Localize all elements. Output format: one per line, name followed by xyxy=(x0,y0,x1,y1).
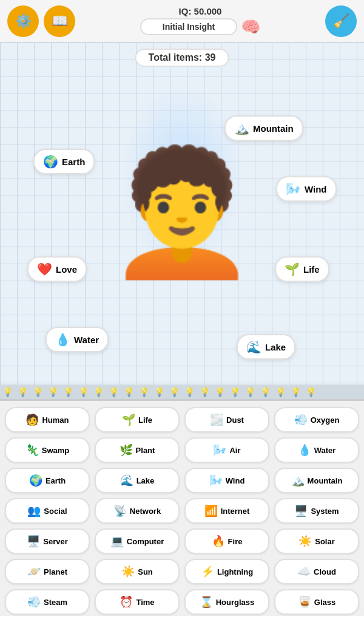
sun-label: Sun xyxy=(138,567,153,576)
love-emoji: ❤️ xyxy=(37,262,52,276)
time-label: Time xyxy=(136,598,154,607)
item-network[interactable]: 📡Network xyxy=(95,498,180,524)
play-chip-earth[interactable]: 🌍Earth xyxy=(33,149,95,174)
play-chip-lake[interactable]: 🌊Lake xyxy=(237,334,295,360)
item-wind[interactable]: 🌬️Wind xyxy=(184,468,269,493)
item-fire[interactable]: 🔥Fire xyxy=(184,528,269,554)
brain-icon: 🧠 xyxy=(241,18,260,36)
item-internet[interactable]: 📶Internet xyxy=(184,498,269,524)
air-label: Air xyxy=(229,446,240,455)
item-plant[interactable]: 🌿Plant xyxy=(95,437,180,463)
server-emoji: 🖥️ xyxy=(27,535,40,548)
mountain-emoji: 🏔️ xyxy=(291,474,305,487)
water-label: Water xyxy=(74,335,99,345)
lightning-label: Lightning xyxy=(217,567,253,576)
time-emoji: ⏰ xyxy=(120,595,133,609)
internet-emoji: 📶 xyxy=(204,504,218,518)
book-icon: 📖 xyxy=(52,13,68,29)
play-area: Total items: 39 🧑‍🦱 🏔️Mountain🌍Earth🌬️Wi… xyxy=(0,43,364,401)
item-oxygen[interactable]: 💨Oxygen xyxy=(274,407,359,432)
life-emoji: 🌱 xyxy=(285,262,300,276)
steam-label: Steam xyxy=(44,598,67,607)
cloud-emoji: ☁️ xyxy=(297,565,311,578)
items-grid: 🧑Human🌱Life🌫️Dust💨Oxygen🦎Swamp🌿Plant🌬️Ai… xyxy=(0,401,364,616)
item-dust[interactable]: 🌫️Dust xyxy=(184,407,269,432)
item-sun[interactable]: ☀️Sun xyxy=(95,559,180,584)
social-label: Social xyxy=(44,507,67,516)
play-chip-water[interactable]: 💧Water xyxy=(46,327,109,352)
play-chip-wind[interactable]: 🌬️Wind xyxy=(276,176,337,202)
item-social[interactable]: 👥Social xyxy=(5,498,90,524)
water-emoji: 💧 xyxy=(55,332,70,347)
item-cloud[interactable]: ☁️Cloud xyxy=(274,559,359,584)
plant-label: Plant xyxy=(136,446,155,455)
item-hourglass[interactable]: ⌛Hourglass xyxy=(184,589,269,615)
hourglass-emoji: ⌛ xyxy=(200,595,213,609)
network-label: Network xyxy=(130,507,161,516)
item-time[interactable]: ⏰Time xyxy=(95,589,180,615)
item-lightning[interactable]: ⚡Lightning xyxy=(184,559,269,584)
sweep-button[interactable]: 🧹 xyxy=(325,5,357,37)
item-planet[interactable]: 🪐Planet xyxy=(5,559,90,584)
planet-emoji: 🪐 xyxy=(27,565,41,578)
mountain-label: Mountain xyxy=(253,123,294,134)
item-earth[interactable]: 🌍Earth xyxy=(5,468,90,493)
hourglass-label: Hourglass xyxy=(216,598,255,607)
item-glass[interactable]: 🥃Glass xyxy=(274,589,359,615)
item-steam[interactable]: 💨Steam xyxy=(5,589,90,615)
avatar: 🧑‍🦱 xyxy=(106,152,258,273)
wind-label: Wind xyxy=(226,476,245,485)
item-server[interactable]: 🖥️Server xyxy=(5,528,90,554)
item-computer[interactable]: 💻Computer xyxy=(95,528,180,554)
item-life[interactable]: 🌱Life xyxy=(95,407,180,432)
item-solar[interactable]: ☀️Solar xyxy=(274,528,359,554)
dust-label: Dust xyxy=(226,415,244,425)
item-system[interactable]: 🖥️System xyxy=(274,498,359,524)
lake-label: Lake xyxy=(265,342,286,352)
item-water[interactable]: 💧Water xyxy=(274,437,359,463)
gear-button[interactable]: ⚙️ xyxy=(7,5,39,37)
computer-emoji: 💻 xyxy=(110,535,124,548)
bulb-border: 💡💡💡 💡💡💡 💡💡💡 💡💡💡 💡💡💡 💡💡💡 💡💡💡 xyxy=(0,384,364,399)
network-emoji: 📡 xyxy=(113,504,127,518)
lightning-emoji: ⚡ xyxy=(201,565,214,578)
play-chip-love[interactable]: ❤️Love xyxy=(27,256,87,282)
item-lake[interactable]: 🌊Lake xyxy=(95,468,180,493)
insight-label: Initial Insight xyxy=(140,18,237,35)
lake-emoji: 🌊 xyxy=(246,340,261,354)
fire-label: Fire xyxy=(228,537,243,546)
air-emoji: 🌬️ xyxy=(213,443,226,457)
item-air[interactable]: 🌬️Air xyxy=(184,437,269,463)
item-mountain[interactable]: 🏔️Mountain xyxy=(274,468,359,493)
planet-label: Planet xyxy=(44,567,67,576)
play-chip-life[interactable]: 🌱Life xyxy=(275,256,329,282)
item-swamp[interactable]: 🦎Swamp xyxy=(5,437,90,463)
total-items-badge: Total items: 39 xyxy=(135,49,229,67)
play-chip-mountain[interactable]: 🏔️Mountain xyxy=(224,115,303,141)
steam-emoji: 💨 xyxy=(27,595,41,609)
sun-emoji: ☀️ xyxy=(121,565,135,578)
solar-label: Solar xyxy=(315,537,335,546)
solar-emoji: ☀️ xyxy=(298,535,312,548)
system-label: System xyxy=(311,507,339,516)
human-emoji: 🧑 xyxy=(25,413,39,426)
dust-emoji: 🌫️ xyxy=(210,413,223,426)
plant-emoji: 🌿 xyxy=(120,443,133,457)
water-label: Water xyxy=(314,446,336,455)
life-label: Life xyxy=(303,264,320,275)
item-human[interactable]: 🧑Human xyxy=(5,407,90,432)
human-label: Human xyxy=(42,415,69,425)
iq-display: IQ: 50.000 xyxy=(179,6,222,16)
earth-label: Earth xyxy=(46,476,66,485)
glass-emoji: 🥃 xyxy=(298,595,311,609)
swamp-emoji: 🦎 xyxy=(25,443,39,457)
wind-emoji: 🌬️ xyxy=(209,474,223,487)
lake-emoji: 🌊 xyxy=(120,474,133,487)
mountain-emoji: 🏔️ xyxy=(234,121,249,135)
top-bar: ⚙️ 📖 IQ: 50.000 Initial Insight 🧠 🧹 xyxy=(0,0,364,43)
life-emoji: 🌱 xyxy=(122,413,135,426)
book-button[interactable]: 📖 xyxy=(44,5,75,37)
cloud-label: Cloud xyxy=(314,567,336,576)
fire-emoji: 🔥 xyxy=(212,535,225,548)
social-emoji: 👥 xyxy=(27,504,41,518)
